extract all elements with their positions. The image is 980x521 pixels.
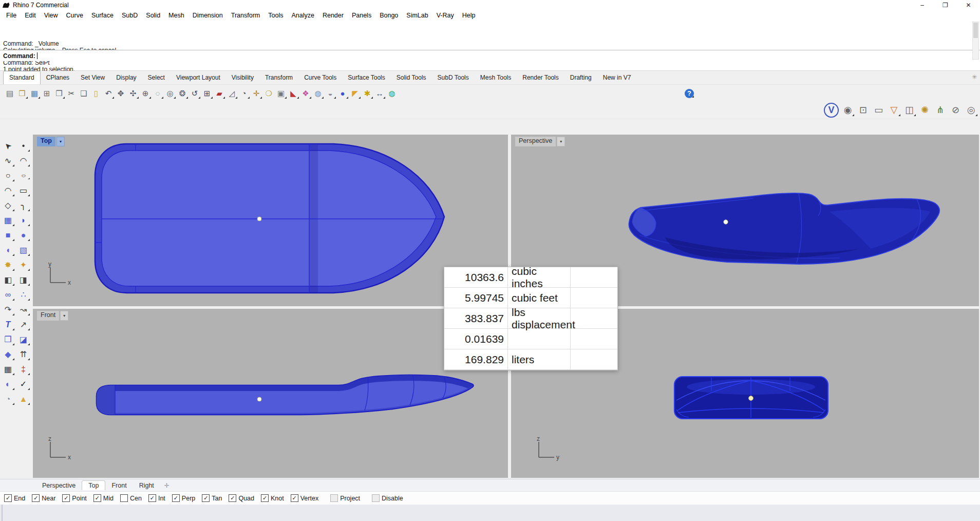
cylinder-icon[interactable]: ◖ (2, 244, 14, 256)
viewport-tab[interactable]: Front (105, 481, 133, 490)
viewport-title[interactable]: Top (37, 137, 55, 146)
checkbox[interactable]: ✓ (93, 494, 101, 502)
circle-icon[interactable]: ○ (2, 170, 14, 182)
osnap-toggle[interactable]: Disable (372, 494, 403, 502)
new-viewport-icon[interactable]: ✛ (160, 482, 169, 489)
vray-render-window-icon[interactable]: ⊡ (857, 104, 870, 117)
rendered-display-icon[interactable]: ❖ (300, 88, 311, 99)
osnap-toggle-icon[interactable]: ◔ (238, 88, 250, 99)
menu-item[interactable]: V-Ray (432, 12, 458, 19)
chevron-down-icon[interactable]: ▼ (60, 311, 68, 321)
ghosted-display-icon[interactable]: ◍ (312, 88, 324, 99)
toolbar-tab[interactable]: Visibility (226, 71, 259, 84)
menu-item[interactable]: Bongo (375, 12, 402, 19)
fillet-curve-icon[interactable]: ╮ (17, 199, 30, 212)
vray-interactive-render-icon[interactable]: ◎ (965, 104, 977, 117)
trim-icon[interactable]: ◧ (2, 274, 14, 286)
minimize-button[interactable]: – (911, 0, 934, 10)
point-cloud-icon[interactable]: ∴ (17, 289, 30, 301)
text-icon[interactable]: T (2, 319, 14, 331)
checkbox[interactable]: ✓ (291, 494, 298, 502)
menu-item[interactable]: Transform (227, 12, 265, 19)
vray-fur-icon[interactable]: ⋔ (934, 104, 947, 117)
grid-array-icon[interactable]: ▦ (2, 363, 14, 376)
viewport-top-label[interactable]: Top ▼ (37, 137, 65, 146)
raytraced-display-icon[interactable]: ● (337, 88, 348, 99)
toolbar-tab[interactable]: Transform (259, 71, 298, 84)
distance-icon[interactable]: ‡ (17, 363, 30, 376)
gumball-icon[interactable]: ✛ (251, 88, 262, 99)
vray-render-teapot-icon[interactable]: ◉ (841, 104, 854, 117)
osnap-toggle[interactable]: ✓ Point (62, 494, 87, 502)
extrude-icon[interactable]: ◆ (2, 348, 14, 361)
toolbar-tab[interactable]: Surface Tools (342, 71, 391, 84)
osnap-toggle[interactable]: ✓ Quad (229, 494, 254, 502)
zoom-selected-icon[interactable]: ◎ (164, 88, 176, 99)
print-icon[interactable]: ⊞ (41, 88, 52, 99)
viewport-tab[interactable]: Right (133, 481, 160, 490)
earth-globe-icon[interactable]: ◍ (386, 88, 398, 99)
blend-blobs-icon[interactable]: ∞ (2, 289, 14, 301)
rotate-view-icon[interactable]: ✣ (127, 88, 139, 99)
ellipse-icon[interactable]: ○ (17, 172, 30, 180)
osnap-toggle[interactable]: ✓ End (4, 494, 25, 502)
menu-item[interactable]: SubD (118, 12, 142, 19)
viewport-layout-icon[interactable]: ⊞ (201, 88, 213, 99)
save-icon[interactable]: ▦ (29, 88, 40, 99)
checkbox[interactable] (372, 494, 380, 502)
command-prompt[interactable]: Command: (0, 50, 980, 61)
osnap-toggle[interactable]: Cen (120, 494, 142, 502)
box-icon[interactable]: ■ (2, 229, 14, 241)
pan-icon[interactable]: ✥ (115, 88, 126, 99)
record-history-bulb-icon[interactable]: ❍ (263, 88, 274, 99)
menu-item[interactable]: View (40, 12, 62, 19)
viewport-title[interactable]: Front (37, 311, 59, 321)
chevron-down-icon[interactable]: ▼ (56, 137, 65, 146)
zoom-dynamic-icon[interactable]: ⊕ (140, 88, 151, 99)
menu-item[interactable]: Render (318, 12, 348, 19)
vray-asset-editor-icon[interactable]: ◫ (903, 104, 916, 117)
boolean-difference-icon[interactable]: ◔ (2, 393, 14, 405)
sphere-icon[interactable]: ● (17, 229, 30, 241)
viewport-tab[interactable]: Top (82, 480, 105, 490)
lock-icon[interactable]: ▣ (275, 88, 287, 99)
maximize-button[interactable]: ❐ (934, 0, 957, 10)
toolbar-options-gear-icon[interactable]: ✳ (972, 73, 977, 81)
toolbar-tab[interactable]: Drafting (564, 71, 597, 84)
surface-from-points-icon[interactable]: ▦ (2, 214, 14, 227)
viewport-top[interactable]: Top ▼ y x (33, 135, 508, 306)
checkbox[interactable]: ✓ (148, 494, 156, 502)
menu-item[interactable]: Dimension (189, 12, 227, 19)
copy-objects-icon[interactable]: ❒ (2, 333, 14, 346)
checkbox[interactable]: ✓ (62, 494, 70, 502)
vray-frame-icon[interactable]: ◤ (349, 88, 361, 99)
toolbar-tab[interactable]: CPlanes (41, 71, 75, 84)
osnap-toggle[interactable]: Project (330, 494, 360, 502)
menu-item[interactable]: Analyze (287, 12, 318, 19)
open-file-icon[interactable]: ❒ (16, 88, 28, 99)
surface-revolve-icon[interactable]: ▧ (17, 244, 30, 256)
zoom-window-icon[interactable]: ◌ (152, 88, 163, 99)
toolbar-tab[interactable]: Render Tools (517, 71, 564, 84)
menu-item[interactable]: SimLab (402, 12, 432, 19)
checkbox[interactable]: ✓ (172, 494, 180, 502)
check-validate-icon[interactable]: ✓ (17, 378, 30, 390)
rectangle-icon[interactable]: ▭ (17, 184, 30, 197)
checkbox[interactable]: ✓ (4, 494, 12, 502)
options-gears-icon[interactable]: ✱ (362, 88, 373, 99)
menu-item[interactable]: Curve (62, 12, 87, 19)
measure-distance-icon[interactable]: ↔ (374, 88, 385, 99)
single-point-icon[interactable]: • (17, 140, 30, 152)
toolbar-tab[interactable]: New in V7 (597, 71, 637, 84)
toolbar-tab[interactable]: SubD Tools (432, 71, 475, 84)
toolbar-tab[interactable]: Curve Tools (298, 71, 342, 84)
set-cplane-icon[interactable]: ◿ (226, 88, 237, 99)
curve-interpolate-icon[interactable]: ◠ (17, 155, 30, 167)
menu-item[interactable]: Mesh (164, 12, 189, 19)
vray-logo-icon[interactable]: V (824, 103, 839, 118)
curve-handles-icon[interactable]: ↝ (17, 304, 30, 316)
checkbox[interactable]: ✓ (261, 494, 269, 502)
toolbar-tab[interactable]: Solid Tools (391, 71, 432, 84)
menu-item[interactable]: Solid (142, 12, 164, 19)
menu-item[interactable]: Tools (264, 12, 287, 19)
